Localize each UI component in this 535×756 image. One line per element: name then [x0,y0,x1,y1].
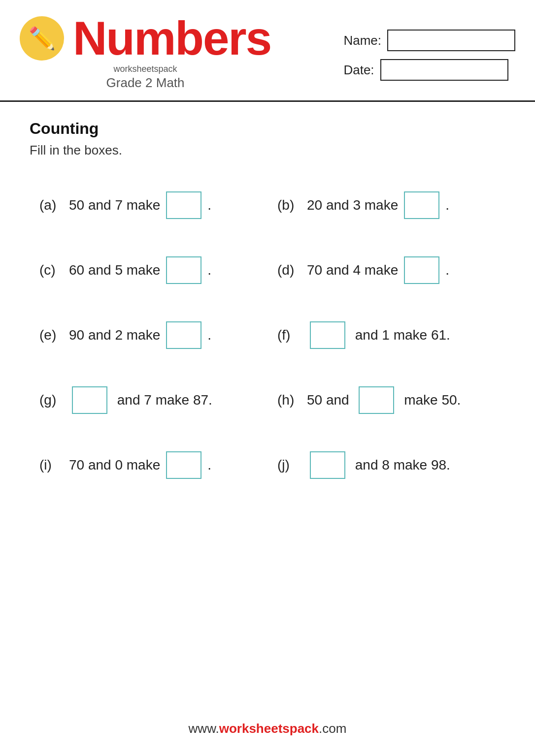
problem-b: (b)20 and 3 make. [268,173,505,238]
subtitle-grade: Grade 2 Math [106,75,185,91]
answer-box-a[interactable] [166,191,201,219]
problem-text-b: 20 and 3 make [307,197,398,213]
answer-box-f[interactable] [310,321,345,349]
problem-label-g: (g) [39,392,61,408]
answer-box-e[interactable] [166,321,201,349]
problem-label-a: (a) [39,197,61,213]
problem-text-before-h: 50 and [307,392,353,408]
problem-text-d: 70 and 4 make [307,262,398,278]
logo-circle: ✏️ [20,16,64,61]
problem-label-h: (h) [277,392,299,408]
brand-label: worksheetspack [114,64,177,74]
name-label: Name: [343,33,381,48]
problem-label-d: (d) [277,262,299,278]
page-footer: www.worksheetspack.com [0,721,535,736]
problem-text-i: 70 and 0 make [69,457,160,473]
problem-label-j: (j) [277,457,299,473]
problem-label-f: (f) [277,327,299,343]
problem-e: (e)90 and 2 make. [30,303,268,368]
problem-text-a: 50 and 7 make [69,197,160,213]
problem-a: (a)50 and 7 make. [30,173,268,238]
problem-i: (i)70 and 0 make. [30,433,268,498]
answer-box-i[interactable] [166,451,201,479]
answer-box-c[interactable] [166,256,201,284]
date-label: Date: [343,63,374,78]
problem-text-after-h: make 50. [400,392,461,408]
problem-label-b: (b) [277,197,299,213]
answer-box-b[interactable] [404,191,439,219]
problem-period-a: . [207,197,211,213]
logo-area: ✏️ Numbers [20,15,271,62]
date-row: Date: [343,59,515,81]
footer-text-plain: www. [189,721,219,736]
problem-text-f: and 1 make 61. [351,327,450,343]
pencil-icon: ✏️ [29,26,56,51]
footer-text-end: .com [319,721,346,736]
section-title: Counting [30,120,505,138]
problem-period-e: . [207,327,211,343]
answer-box-j[interactable] [310,451,345,479]
problems-grid: (a)50 and 7 make.(b)20 and 3 make.(c)60 … [30,173,505,498]
header-right: Name: Date: [343,25,515,81]
problem-text-e: 90 and 2 make [69,327,160,343]
problem-label-e: (e) [39,327,61,343]
page-header: ✏️ Numbers worksheetspack Grade 2 Math N… [0,0,535,102]
header-left: ✏️ Numbers worksheetspack Grade 2 Math [20,15,271,91]
problem-label-i: (i) [39,457,61,473]
problem-c: (c)60 and 5 make. [30,238,268,303]
problem-text-c: 60 and 5 make [69,262,160,278]
footer-brand: worksheetspack [219,721,319,736]
problem-g: (g) and 7 make 87. [30,368,268,433]
answer-box-d[interactable] [404,256,439,284]
main-content: Counting Fill in the boxes. (a)50 and 7 … [0,102,535,507]
name-input[interactable] [387,30,515,51]
answer-box-h[interactable] [359,386,394,414]
problem-f: (f) and 1 make 61. [268,303,505,368]
problem-period-c: . [207,262,211,278]
answer-box-g[interactable] [72,386,107,414]
problem-text-g: and 7 make 87. [113,392,212,408]
name-row: Name: [343,30,515,51]
problem-h: (h)50 and make 50. [268,368,505,433]
title-numbers: Numbers [73,15,271,62]
problem-j: (j) and 8 make 98. [268,433,505,498]
problem-period-b: . [445,197,449,213]
problem-period-i: . [207,457,211,473]
problem-label-c: (c) [39,262,61,278]
problem-d: (d)70 and 4 make. [268,238,505,303]
date-input[interactable] [380,59,508,81]
problem-period-d: . [445,262,449,278]
instructions: Fill in the boxes. [30,143,505,158]
problem-text-j: and 8 make 98. [351,457,450,473]
